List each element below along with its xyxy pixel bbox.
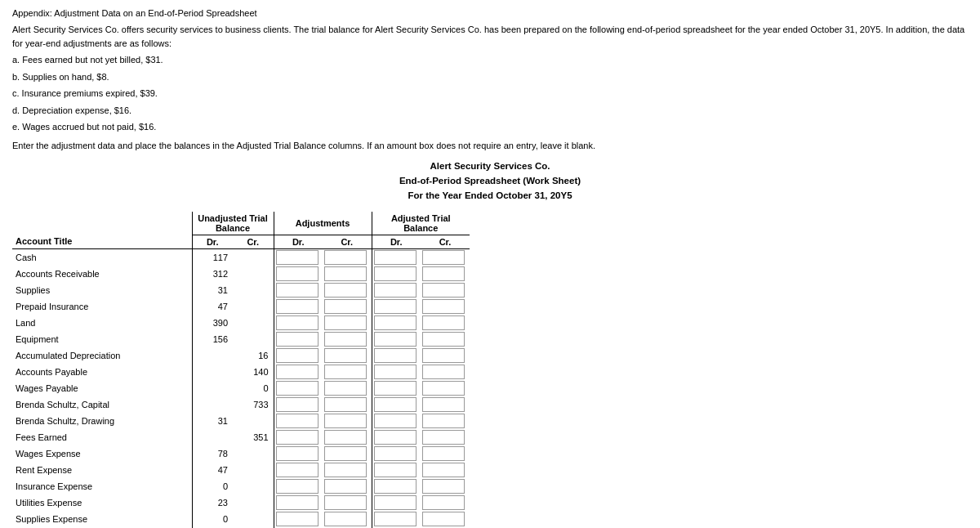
- atb-dr-input[interactable]: [374, 365, 416, 379]
- adj-cr-cell[interactable]: [323, 347, 372, 364]
- adj-cr-cell[interactable]: [323, 511, 372, 527]
- adj-dr-input[interactable]: [276, 348, 318, 363]
- adj-dr-input[interactable]: [276, 479, 318, 494]
- adj-dr-input[interactable]: [276, 365, 318, 379]
- adj-cr-cell[interactable]: [323, 429, 372, 445]
- adj-cr-cell[interactable]: [323, 315, 372, 331]
- atb-dr-cell[interactable]: [372, 347, 421, 364]
- adj-cr-input[interactable]: [324, 283, 367, 298]
- atb-cr-cell[interactable]: [421, 331, 470, 347]
- adj-dr-input[interactable]: [276, 414, 318, 428]
- atb-dr-cell[interactable]: [372, 511, 421, 527]
- adj-dr-input[interactable]: [276, 512, 318, 526]
- adj-dr-input[interactable]: [276, 283, 318, 298]
- adj-dr-cell[interactable]: [274, 494, 323, 511]
- atb-dr-cell[interactable]: [372, 298, 421, 315]
- adj-dr-cell[interactable]: [274, 396, 323, 413]
- atb-cr-input[interactable]: [422, 266, 465, 281]
- adj-dr-input[interactable]: [276, 381, 318, 396]
- atb-cr-cell[interactable]: [421, 462, 470, 478]
- atb-dr-cell[interactable]: [372, 315, 421, 331]
- adj-cr-input[interactable]: [324, 365, 367, 379]
- atb-dr-input[interactable]: [374, 463, 416, 477]
- adj-dr-cell[interactable]: [274, 364, 323, 380]
- adj-dr-cell[interactable]: [274, 380, 323, 396]
- atb-dr-input[interactable]: [374, 266, 416, 281]
- atb-dr-cell[interactable]: [372, 478, 421, 494]
- atb-dr-input[interactable]: [374, 512, 416, 526]
- atb-dr-input[interactable]: [374, 446, 416, 461]
- adj-cr-input[interactable]: [324, 414, 367, 428]
- atb-dr-input[interactable]: [374, 397, 416, 412]
- adj-cr-input[interactable]: [324, 315, 367, 330]
- adj-dr-cell[interactable]: [274, 462, 323, 478]
- adj-cr-cell[interactable]: [323, 494, 372, 511]
- adj-cr-input[interactable]: [324, 446, 367, 461]
- atb-cr-cell[interactable]: [421, 282, 470, 298]
- atb-dr-cell[interactable]: [372, 248, 421, 266]
- atb-dr-cell[interactable]: [372, 380, 421, 396]
- atb-cr-cell[interactable]: [421, 511, 470, 527]
- atb-cr-input[interactable]: [422, 348, 465, 363]
- atb-dr-input[interactable]: [374, 430, 416, 445]
- adj-cr-cell[interactable]: [323, 478, 372, 494]
- atb-dr-input[interactable]: [374, 348, 416, 363]
- adj-cr-input[interactable]: [324, 495, 367, 510]
- atb-dr-cell[interactable]: [372, 494, 421, 511]
- atb-cr-input[interactable]: [422, 463, 465, 477]
- atb-cr-cell[interactable]: [421, 445, 470, 462]
- adj-cr-cell[interactable]: [323, 248, 372, 266]
- adj-dr-cell[interactable]: [274, 413, 323, 429]
- adj-cr-input[interactable]: [324, 250, 367, 265]
- adj-cr-cell[interactable]: [323, 413, 372, 429]
- adj-dr-input[interactable]: [276, 446, 318, 461]
- atb-dr-input[interactable]: [374, 495, 416, 510]
- adj-dr-input[interactable]: [276, 430, 318, 445]
- adj-cr-cell[interactable]: [323, 282, 372, 298]
- atb-cr-input[interactable]: [422, 332, 465, 347]
- atb-dr-input[interactable]: [374, 315, 416, 330]
- atb-cr-cell[interactable]: [421, 380, 470, 396]
- atb-dr-input[interactable]: [374, 381, 416, 396]
- atb-dr-cell[interactable]: [372, 331, 421, 347]
- atb-cr-cell[interactable]: [421, 298, 470, 315]
- atb-cr-cell[interactable]: [421, 364, 470, 380]
- adj-dr-cell[interactable]: [274, 429, 323, 445]
- adj-cr-input[interactable]: [324, 479, 367, 494]
- adj-dr-input[interactable]: [276, 495, 318, 510]
- atb-dr-input[interactable]: [374, 299, 416, 314]
- atb-dr-input[interactable]: [374, 283, 416, 298]
- atb-dr-cell[interactable]: [372, 429, 421, 445]
- adj-cr-cell[interactable]: [323, 331, 372, 347]
- adj-dr-input[interactable]: [276, 397, 318, 412]
- atb-dr-cell[interactable]: [372, 462, 421, 478]
- atb-cr-input[interactable]: [422, 381, 465, 396]
- adj-cr-cell[interactable]: [323, 462, 372, 478]
- adj-dr-input[interactable]: [276, 463, 318, 477]
- atb-dr-input[interactable]: [374, 414, 416, 428]
- adj-cr-cell[interactable]: [323, 266, 372, 282]
- adj-dr-cell[interactable]: [274, 298, 323, 315]
- adj-dr-cell[interactable]: [274, 445, 323, 462]
- atb-cr-cell[interactable]: [421, 478, 470, 494]
- atb-cr-input[interactable]: [422, 446, 465, 461]
- adj-dr-cell[interactable]: [274, 511, 323, 527]
- atb-dr-cell[interactable]: [372, 266, 421, 282]
- adj-cr-cell[interactable]: [323, 445, 372, 462]
- adj-cr-cell[interactable]: [323, 364, 372, 380]
- atb-cr-cell[interactable]: [421, 396, 470, 413]
- adj-dr-cell[interactable]: [274, 266, 323, 282]
- adj-dr-cell[interactable]: [274, 248, 323, 266]
- atb-cr-cell[interactable]: [421, 347, 470, 364]
- adj-cr-input[interactable]: [324, 430, 367, 445]
- atb-cr-cell[interactable]: [421, 266, 470, 282]
- atb-cr-cell[interactable]: [421, 494, 470, 511]
- atb-cr-input[interactable]: [422, 479, 465, 494]
- atb-cr-cell[interactable]: [421, 413, 470, 429]
- adj-dr-input[interactable]: [276, 332, 318, 347]
- adj-dr-cell[interactable]: [274, 478, 323, 494]
- adj-dr-input[interactable]: [276, 266, 318, 281]
- atb-dr-input[interactable]: [374, 332, 416, 347]
- adj-cr-input[interactable]: [324, 512, 367, 526]
- adj-dr-input[interactable]: [276, 315, 318, 330]
